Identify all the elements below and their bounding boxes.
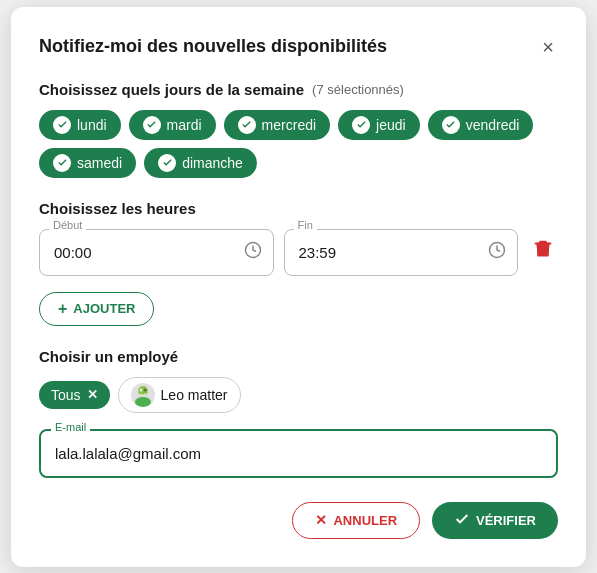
svg-point-9 (143, 388, 146, 391)
email-label: E-mail (51, 421, 90, 433)
day-chip-samedi[interactable]: samedi (39, 148, 136, 178)
tous-remove-icon: ✕ (87, 388, 98, 401)
add-icon: + (58, 300, 67, 318)
fin-input[interactable] (284, 229, 519, 276)
email-input[interactable] (41, 431, 556, 476)
days-section-label: Choisissez quels jours de la semaine (7 … (39, 81, 558, 98)
employee-chip[interactable]: Leo matter (118, 377, 241, 413)
check-icon-mardi (143, 116, 161, 134)
debut-field-wrap: Début (39, 229, 274, 276)
tous-chip[interactable]: Tous ✕ (39, 381, 110, 409)
day-chip-lundi[interactable]: lundi (39, 110, 121, 140)
modal-header: Notifiez-moi des nouvelles disponibilité… (39, 35, 558, 59)
day-chip-mercredi[interactable]: mercredi (224, 110, 330, 140)
check-icon-vendredi (442, 116, 460, 134)
employee-row: Tous ✕ Leo matter (39, 377, 558, 413)
debut-input[interactable] (39, 229, 274, 276)
cancel-icon: ✕ (315, 512, 327, 528)
check-icon-mercredi (238, 116, 256, 134)
check-icon-dimanche (158, 154, 176, 172)
cancel-button[interactable]: ✕ ANNULER (292, 502, 420, 539)
verify-icon (454, 511, 470, 530)
debut-label: Début (49, 219, 86, 231)
svg-point-6 (138, 386, 148, 396)
close-button[interactable]: × (538, 35, 558, 59)
modal-container: Notifiez-moi des nouvelles disponibilité… (11, 7, 586, 567)
day-chip-vendredi[interactable]: vendredi (428, 110, 534, 140)
days-row: lundi mardi mercredi jeudi (39, 110, 558, 178)
modal-title: Notifiez-moi des nouvelles disponibilité… (39, 36, 387, 57)
fin-field-wrap: Fin (284, 229, 519, 276)
email-wrap: E-mail (39, 429, 558, 478)
check-icon-jeudi (352, 116, 370, 134)
fin-label: Fin (294, 219, 317, 231)
svg-point-8 (139, 388, 142, 391)
day-chip-jeudi[interactable]: jeudi (338, 110, 420, 140)
time-row: Début Fin (39, 229, 558, 276)
employee-label: Choisir un employé (39, 348, 558, 365)
add-button[interactable]: + AJOUTER (39, 292, 154, 326)
employee-avatar (131, 383, 155, 407)
verify-button[interactable]: VÉRIFIER (432, 502, 558, 539)
day-chip-mardi[interactable]: mardi (129, 110, 216, 140)
day-chip-dimanche[interactable]: dimanche (144, 148, 257, 178)
footer-row: ✕ ANNULER VÉRIFIER (39, 502, 558, 539)
check-icon-lundi (53, 116, 71, 134)
delete-time-button[interactable] (528, 234, 558, 270)
check-icon-samedi (53, 154, 71, 172)
svg-point-7 (135, 397, 151, 407)
hours-label: Choisissez les heures (39, 200, 558, 217)
